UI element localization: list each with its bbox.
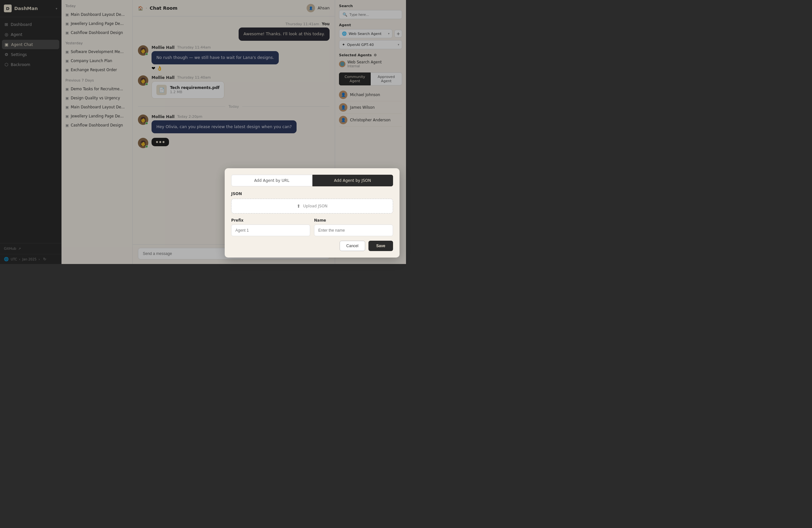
cancel-button[interactable]: Cancel <box>339 241 365 251</box>
upload-icon: ⬆ <box>296 203 301 209</box>
modal-tab-url[interactable]: Add Agent by URL <box>231 175 313 186</box>
modal-tab-json[interactable]: Add Agent by JSON <box>313 175 393 186</box>
name-input[interactable] <box>314 225 393 236</box>
modal-overlay: Add Agent by URL Add Agent by JSON JSON … <box>0 0 406 264</box>
add-agent-modal: Add Agent by URL Add Agent by JSON JSON … <box>225 168 400 258</box>
name-field: Name <box>314 218 393 236</box>
modal-tabs: Add Agent by URL Add Agent by JSON <box>231 175 393 186</box>
prefix-input[interactable] <box>231 225 310 236</box>
upload-json-button[interactable]: ⬆ Upload JSON <box>231 199 393 213</box>
modal-fields-row: Prefix Name <box>231 218 393 236</box>
prefix-label: Prefix <box>231 218 310 223</box>
prefix-field: Prefix <box>231 218 310 236</box>
name-label: Name <box>314 218 393 223</box>
modal-actions: Cancel Save <box>231 241 393 251</box>
json-section-label: JSON <box>231 192 393 196</box>
save-button[interactable]: Save <box>368 241 393 251</box>
